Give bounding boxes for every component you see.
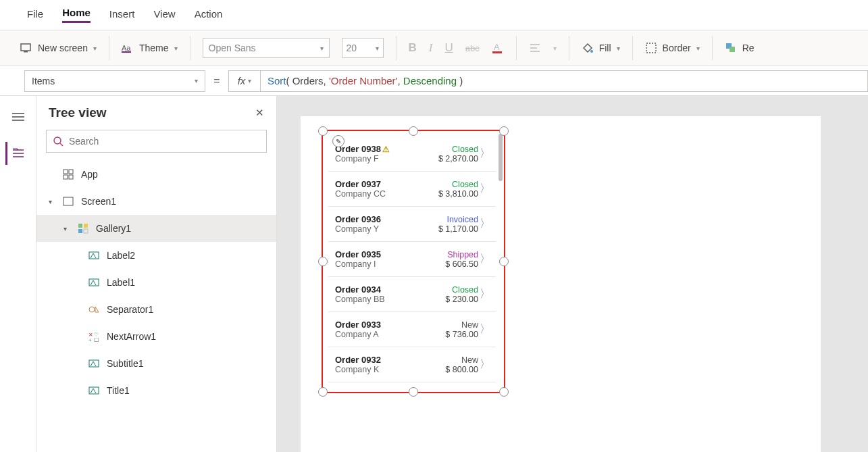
menu-bar: File Home Insert View Action (0, 0, 868, 30)
reorder-label: Re (742, 43, 755, 53)
italic-button[interactable]: I (429, 41, 433, 55)
hamburger-icon[interactable] (7, 105, 30, 128)
left-rail (0, 96, 36, 452)
order-status: Shipped (427, 250, 478, 259)
order-status: Closed (427, 285, 478, 295)
gallery-item[interactable]: Order 0934Company BBClosed$ 230.00〉 (328, 277, 496, 312)
theme-icon: Aa (122, 42, 134, 54)
svg-point-16 (54, 137, 61, 144)
order-company: Company K (335, 365, 427, 374)
tree-node-screen[interactable]: ▾ Screen1 (36, 188, 276, 215)
svg-line-17 (60, 143, 63, 146)
svg-rect-19 (69, 170, 73, 174)
scrollbar[interactable] (499, 134, 503, 181)
divider (632, 36, 633, 60)
bold-button[interactable]: B (409, 41, 417, 55)
resize-handle[interactable] (318, 126, 328, 136)
tree-label: Gallery1 (96, 223, 131, 234)
equals-label: = (205, 75, 228, 87)
menu-view[interactable]: View (153, 8, 175, 22)
gallery-item[interactable]: Order 0932Company KNew$ 800.00〉 (328, 347, 496, 382)
resize-handle[interactable] (409, 387, 418, 397)
new-screen-button[interactable]: New screen ▾ (20, 42, 97, 54)
menu-action[interactable]: Action (195, 8, 223, 22)
tree-view-icon[interactable] (5, 142, 28, 165)
chevron-right-icon[interactable]: 〉 (478, 322, 492, 336)
resize-handle[interactable] (499, 387, 509, 397)
search-field[interactable] (69, 136, 259, 147)
gallery-item[interactable]: Order 0933Company ANew$ 736.00〉 (328, 312, 496, 347)
fx-button[interactable]: fx ▾ (228, 70, 261, 92)
property-select[interactable]: Items ▾ (24, 70, 205, 92)
tree-node-separator[interactable]: Separator1 (36, 296, 276, 323)
formula-input[interactable]: Sort( Orders, 'Order Number', Descending… (261, 70, 868, 92)
font-select[interactable]: Open Sans ▾ (203, 38, 330, 58)
chevron-right-icon[interactable]: 〉 (478, 147, 492, 161)
menu-insert[interactable]: Insert (109, 8, 135, 22)
formula-src: Orders (292, 75, 324, 86)
tree-node-label2[interactable]: Label2 (36, 242, 276, 269)
svg-rect-20 (63, 175, 68, 179)
svg-rect-0 (21, 44, 30, 51)
font-size-select[interactable]: 20 ▾ (342, 38, 384, 58)
menu-home[interactable]: Home (62, 7, 91, 23)
tree-node-title[interactable]: Title1 (36, 377, 276, 404)
align-button[interactable] (529, 42, 541, 54)
search-input[interactable] (46, 130, 267, 153)
fill-label: Fill (599, 43, 611, 53)
font-size-value: 20 (347, 43, 357, 53)
tree-label: Title1 (107, 385, 130, 396)
strike-button[interactable]: abc (465, 43, 480, 53)
theme-button[interactable]: Aa Theme ▾ (122, 42, 178, 54)
font-value: Open Sans (209, 43, 256, 53)
edit-template-icon[interactable]: ✎ (332, 135, 344, 147)
gallery-control[interactable]: Order 0938⚠Company FClosed$ 2,870.00〉Ord… (328, 136, 496, 386)
gallery-item[interactable]: Order 0938⚠Company FClosed$ 2,870.00〉 (328, 136, 496, 172)
chevron-right-icon[interactable]: 〉 (478, 287, 492, 301)
tree-node-nextarrow[interactable]: ✕♡+☐ NextArrow1 (36, 323, 276, 350)
tree-node-app[interactable]: App (36, 161, 276, 188)
gallery-item[interactable]: Order 0937Company CCClosed$ 3,810.00〉 (328, 172, 496, 207)
resize-handle[interactable] (318, 257, 328, 266)
svg-point-29 (89, 307, 95, 312)
fill-button[interactable]: Fill ▾ (582, 42, 620, 54)
tree-node-gallery[interactable]: ▾ Gallery1 (36, 215, 276, 242)
tree-panel: Tree view ✕ App ▾ Screen1 ▾ Gallery1 (36, 96, 277, 452)
chevron-right-icon[interactable]: 〉 (478, 252, 492, 266)
order-amount: $ 3,810.00 (427, 189, 478, 199)
svg-rect-10 (646, 43, 656, 53)
order-title: Order 0936 (335, 214, 427, 224)
tree-node-label1[interactable]: Label1 (36, 269, 276, 296)
order-title: Order 0935 (335, 249, 427, 259)
menu-file[interactable]: File (27, 8, 43, 22)
resize-handle[interactable] (318, 387, 328, 397)
canvas[interactable]: ✎ Order 0938⚠Company FClosed$ 2,870.00〉O… (277, 96, 868, 452)
underline-button[interactable]: U (444, 41, 453, 55)
gallery-selection[interactable]: ✎ Order 0938⚠Company FClosed$ 2,870.00〉O… (322, 130, 505, 393)
gallery-item[interactable]: Order 0935Company IShipped$ 606.50〉 (328, 242, 496, 277)
svg-text:Aa: Aa (122, 44, 131, 52)
tree-node-subtitle[interactable]: Subtitle1 (36, 350, 276, 377)
order-company: Company Y (335, 224, 427, 234)
svg-rect-26 (84, 229, 88, 233)
svg-text:A: A (494, 42, 500, 52)
new-screen-label: New screen (38, 43, 88, 53)
svg-point-9 (590, 50, 593, 53)
gallery-item[interactable]: Order 0936Company YInvoiced$ 1,170.00〉 (328, 207, 496, 242)
tree-label: Separator1 (107, 304, 153, 315)
reorder-button[interactable]: Re (725, 42, 755, 54)
close-icon[interactable]: ✕ (255, 107, 264, 119)
chevron-right-icon[interactable]: 〉 (478, 182, 492, 196)
chevron-right-icon[interactable]: 〉 (478, 217, 492, 231)
resize-handle[interactable] (499, 126, 509, 136)
chevron-down-icon: ▾ (195, 77, 198, 84)
resize-handle[interactable] (499, 257, 509, 266)
resize-handle[interactable] (409, 126, 418, 136)
separator-icon (88, 303, 100, 316)
svg-rect-18 (63, 170, 68, 174)
chevron-down-icon: ▾ (617, 45, 620, 52)
border-button[interactable]: Border ▾ (645, 42, 700, 54)
body: Tree view ✕ App ▾ Screen1 ▾ Gallery1 (0, 96, 868, 452)
font-color-button[interactable]: A (492, 42, 504, 54)
chevron-right-icon[interactable]: 〉 (478, 357, 492, 372)
